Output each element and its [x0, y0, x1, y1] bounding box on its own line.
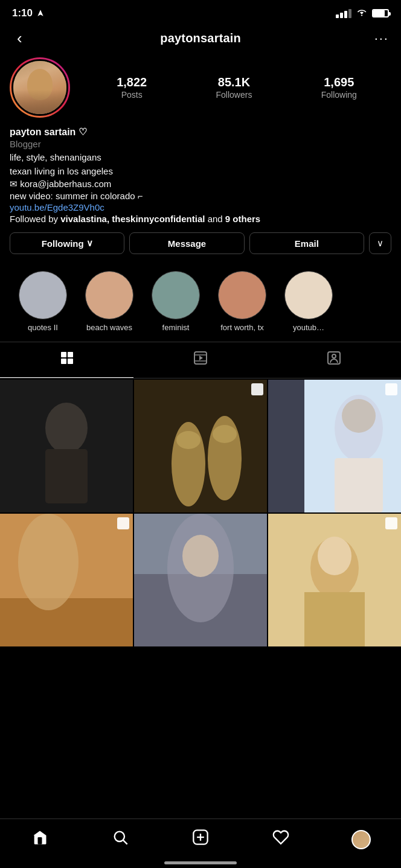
svg-point-11 [45, 403, 88, 453]
posts-stat[interactable]: 1,822 Posts [117, 75, 147, 100]
nav-add[interactable] [161, 825, 241, 854]
highlight-circle-youtube [284, 271, 333, 319]
header: ‹ paytonsartain ··· [0, 22, 401, 57]
nav-activity[interactable] [240, 825, 321, 854]
svg-rect-1 [68, 352, 73, 357]
grid-icon [60, 351, 74, 369]
followers-stat[interactable]: 85.1K Followers [216, 75, 252, 100]
nav-search[interactable] [80, 825, 161, 854]
following-button[interactable]: Following ∨ [10, 232, 124, 254]
svg-rect-2 [61, 359, 66, 364]
svg-rect-23 [335, 458, 383, 512]
nav-home[interactable] [0, 825, 80, 854]
avatar-image [13, 61, 66, 114]
nav-profile-avatar [351, 830, 371, 849]
message-button[interactable]: Message [129, 232, 244, 254]
svg-rect-3 [68, 359, 73, 364]
profile-section: 1,822 Posts 85.1K Followers 1,695 Follow… [0, 57, 401, 271]
following-label: Following [321, 90, 357, 100]
bio-line-1: life, style, shenanigans [10, 151, 391, 164]
content-spacer [0, 646, 401, 701]
svg-rect-0 [61, 352, 66, 357]
nav-profile[interactable] [321, 826, 401, 853]
highlight-label-beach-waves: beach waves [86, 323, 132, 332]
svg-rect-12 [45, 449, 88, 503]
highlight-circle-quotes [19, 271, 67, 319]
more-dropdown-button[interactable]: ∨ [369, 232, 391, 254]
avatar-container[interactable] [10, 57, 70, 118]
followers-count: 85.1K [216, 75, 252, 89]
bio-followed-by: Followed by vivalastina, theskinnyconfid… [10, 214, 391, 224]
tabs-bar [0, 342, 401, 378]
highlights-section: quotes II beach waves feminist fort wort… [0, 271, 401, 342]
svg-point-31 [182, 535, 219, 577]
grid-item-6[interactable] [268, 514, 401, 646]
multi-photo-badge-3 [385, 383, 397, 395]
svg-point-9 [332, 354, 336, 358]
bottom-nav [0, 819, 401, 868]
add-icon [192, 829, 209, 850]
highlight-youtube[interactable]: youtub… [275, 271, 342, 332]
tab-reels[interactable] [133, 342, 267, 378]
svg-rect-18 [134, 380, 267, 512]
highlight-label-feminist: feminist [162, 323, 190, 332]
grid-item-1[interactable] [0, 380, 133, 512]
bio-video: new video: summer in colorado ⌐ [10, 191, 391, 201]
highlight-circle-beach-waves [85, 271, 133, 319]
action-buttons: Following ∨ Message Email ∨ [10, 232, 391, 254]
following-stat[interactable]: 1,695 Following [321, 75, 357, 100]
avatar [11, 59, 68, 116]
svg-point-22 [342, 399, 376, 433]
svg-point-27 [18, 514, 79, 610]
grid-item-3[interactable] [268, 380, 401, 512]
bio-line-2: texan living in los angeles [10, 165, 391, 177]
grid-item-5[interactable] [134, 514, 267, 646]
svg-marker-5 [199, 356, 203, 360]
highlight-fort-worth[interactable]: fort worth, tx [209, 271, 275, 332]
time: 1:10 [12, 7, 33, 19]
tab-tagged[interactable] [268, 342, 401, 378]
svg-rect-26 [0, 598, 133, 646]
following-count: 1,695 [321, 75, 357, 89]
status-left: 1:10 [12, 7, 45, 19]
posts-label: Posts [121, 90, 143, 100]
multi-photo-badge-4 [117, 517, 129, 529]
bio-email[interactable]: ✉ kora@jabberhaus.com [10, 179, 391, 190]
home-icon [31, 829, 48, 850]
battery-icon [372, 9, 389, 18]
svg-rect-24 [268, 380, 304, 512]
bio-url[interactable]: youtu.be/Egde3Z9Vh0c [10, 202, 391, 212]
following-label: Following [42, 238, 84, 249]
svg-rect-35 [304, 592, 365, 646]
reels-icon [193, 351, 208, 369]
search-icon [112, 829, 129, 850]
home-indicator [164, 861, 237, 864]
multi-photo-badge [251, 383, 263, 395]
more-options-button[interactable]: ··· [374, 31, 389, 46]
grid-item-4[interactable] [0, 514, 133, 646]
chevron-down-icon: ∨ [86, 238, 93, 249]
profile-top: 1,822 Posts 85.1K Followers 1,695 Follow… [10, 57, 391, 118]
svg-point-37 [115, 832, 124, 841]
highlight-feminist[interactable]: feminist [143, 271, 209, 332]
status-right [336, 8, 389, 19]
tagged-icon [327, 351, 341, 369]
followers-label: Followers [216, 90, 252, 100]
bio-name: payton sartain ♡ [10, 126, 391, 138]
email-button[interactable]: Email [249, 232, 364, 254]
highlight-beach-waves[interactable]: beach waves [76, 271, 143, 332]
highlight-label-quotes: quotes II [28, 323, 58, 332]
svg-line-38 [123, 840, 127, 844]
multi-photo-badge-6 [385, 517, 397, 529]
tab-grid[interactable] [0, 342, 133, 378]
bio-subtitle: Blogger [10, 139, 391, 149]
grid-item-2[interactable] [134, 380, 267, 512]
posts-count: 1,822 [117, 75, 147, 89]
profile-username-header: paytonsartain [160, 31, 241, 45]
highlight-quotes[interactable]: quotes II [10, 271, 76, 332]
back-button[interactable]: ‹ [12, 27, 27, 50]
stats-container: 1,822 Posts 85.1K Followers 1,695 Follow… [82, 75, 391, 100]
svg-point-34 [318, 537, 351, 575]
navigation-icon [36, 9, 45, 18]
svg-rect-36 [38, 837, 42, 844]
